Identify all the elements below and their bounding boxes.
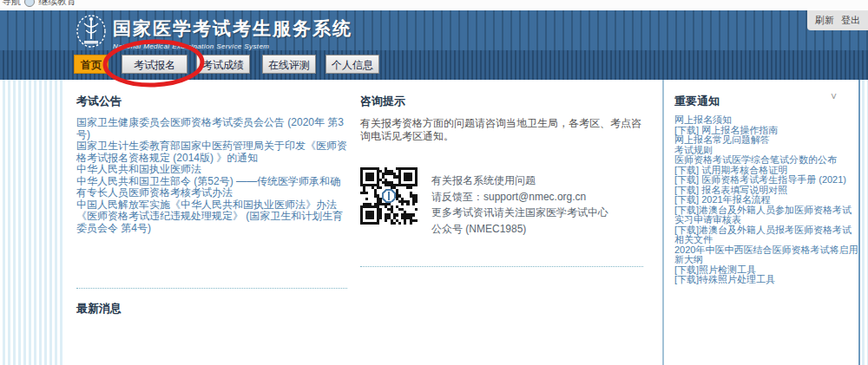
notice-link[interactable]: 网上报名须知 <box>674 115 861 126</box>
notice-link[interactable]: [下载] 2021年报名流程 <box>674 195 861 205</box>
important-notices-section: 重要通知 ˅ 网上报名须知[下载] 网上报名操作指南网上报名常见问题解答考试规则… <box>674 94 861 285</box>
notice-link[interactable]: 网上报名常见问题解答 <box>674 135 861 146</box>
chevron-down-icon[interactable]: ˅ <box>831 91 837 103</box>
important-notices-header: 重要通知 ˅ <box>674 94 861 109</box>
notice-link[interactable]: [下载]港澳台及外籍人员报考医师资格考试相关文件 <box>674 225 861 245</box>
tab-exam-registration[interactable]: 考试报名 <box>122 55 187 74</box>
qr-row: 有关报名系统使用问题请反馈至：support@nmec.org.cn更多考试资讯… <box>360 167 647 237</box>
consult-intro-text: 有关报考资格方面的问题请咨询当地卫生局，各考区、考点咨询电话见考区通知。 <box>360 117 647 143</box>
announcement-link[interactable]: 国家卫生计生委教育部国家中医药管理局关于印发《医师资格考试报名资格规定 (201… <box>76 140 349 164</box>
app-title: 国家医学考试考生服务系统 <box>113 16 352 41</box>
qr-caption-line: 更多考试资讯请关注国家医学考试中心 <box>431 205 608 221</box>
bookmark-prefix-label: 导航 <box>2 0 21 8</box>
notice-link[interactable]: [下载] 医师资格考试考生指导手册 (2021) <box>674 175 861 186</box>
announcement-link[interactable]: 国家卫生健康委员会医师资格考试委员会公告 (2020年 第3号) <box>76 117 349 140</box>
bookmark-label: 继续教育 <box>38 0 76 8</box>
app-title-block: 国家医学考试考生服务系统 National Medical Examinatio… <box>113 16 352 50</box>
favicon-icon <box>24 0 35 7</box>
exam-announcements-list: 国家卫生健康委员会医师资格考试委员会公告 (2020年 第3号)国家卫生计生委教… <box>76 117 349 234</box>
latest-news-title: 最新消息 <box>76 301 349 316</box>
qr-caption-line: 有关报名系统使用问题 <box>431 173 608 189</box>
browser-remnant-strip: 导航 继续教育 <box>0 0 868 10</box>
bookmark-fragment[interactable]: 导航 继续教育 <box>2 0 76 8</box>
tab-online-evaluation[interactable]: 在线评测 <box>262 55 316 74</box>
logout-button[interactable]: 登出 <box>841 14 860 27</box>
announcement-link[interactable]: 《医师资格考试违纪违规处理规定》 (国家卫生和计划生育委员会令 第4号) <box>76 211 349 234</box>
notice-link[interactable]: 2020年中医中西医结合医师资格考试将启用新大纲 <box>674 245 861 265</box>
important-notices-list: 网上报名须知[下载] 网上报名操作指南网上报名常见问题解答考试规则医师资格考试医… <box>674 115 861 285</box>
wechat-qr-code <box>360 167 418 225</box>
sidebar-divider <box>662 80 664 365</box>
consult-section: 咨询提示 有关报考资格方面的问题请咨询当地卫生局，各考区、考点咨询电话见考区通知… <box>360 94 647 267</box>
consult-title: 咨询提示 <box>360 94 647 109</box>
notice-link[interactable]: 医师资格考试医学综合笔试分数的公布 <box>674 155 861 166</box>
tab-exam-results[interactable]: 考试成绩 <box>196 55 250 74</box>
session-panel: 刷新 登出 <box>807 10 868 30</box>
page: 导航 继续教育 国家医学考试考生服务系统 National Medical Ex… <box>0 0 868 365</box>
divider-dotted <box>76 288 347 289</box>
announcement-link[interactable]: 中华人民共和国执业医师法 <box>76 164 349 176</box>
announcement-link[interactable]: 中国人民解放军实施《中华人民共和国执业医师法》办法 <box>76 199 349 212</box>
content-card: 考试公告 国家卫生健康委员会医师资格考试委员会公告 (2020年 第3号)国家卫… <box>62 80 860 365</box>
tab-personal-info[interactable]: 个人信息 <box>326 55 379 74</box>
refresh-button[interactable]: 刷新 <box>815 14 834 27</box>
divider-dotted <box>360 266 643 267</box>
tab-home[interactable]: 首页 <box>74 55 108 74</box>
nmec-logo-icon <box>73 13 109 53</box>
exam-announcements-section: 考试公告 国家卫生健康委员会医师资格考试委员会公告 (2020年 第3号)国家卫… <box>76 94 349 316</box>
notice-link[interactable]: [下载]特殊照片处理工具 <box>674 275 861 285</box>
notice-link[interactable]: [下载]港澳台及外籍人员参加医师资格考试实习申请审核表 <box>674 205 861 225</box>
qr-caption-line: 公众号 (NMEC1985) <box>431 221 608 238</box>
app-subtitle: National Medical Examination Service Sys… <box>113 42 352 50</box>
announcement-link[interactable]: 中华人民共和国卫生部令 (第52号) ——传统医学师承和确有专长人员医师资格考核… <box>76 176 349 199</box>
exam-announcements-title: 考试公告 <box>76 94 349 109</box>
qr-caption-line: 请反馈至：support@nmec.org.cn <box>431 189 608 205</box>
qr-caption: 有关报名系统使用问题请反馈至：support@nmec.org.cn更多考试资讯… <box>431 167 608 237</box>
